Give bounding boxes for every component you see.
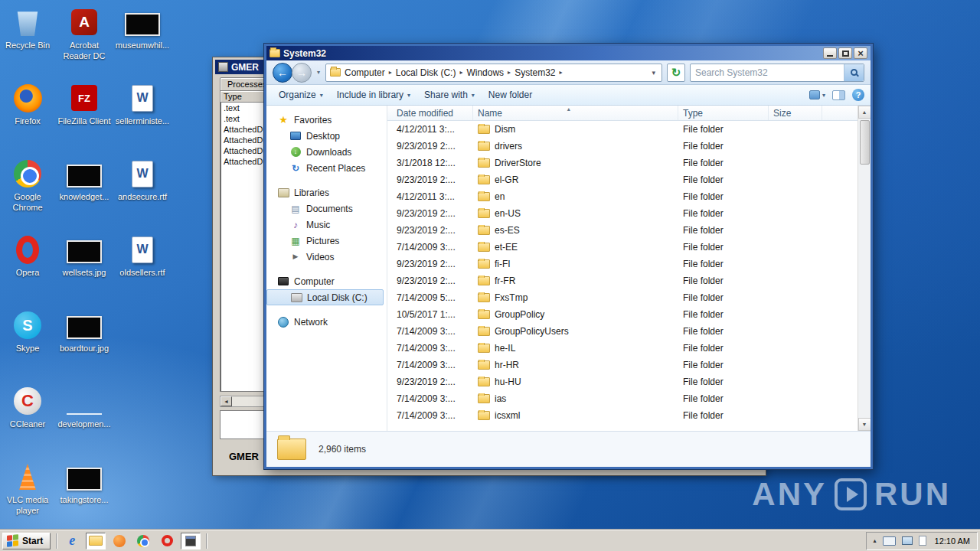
toolbar-share-with[interactable]: Share with▾ [418, 86, 481, 103]
forward-button[interactable]: → [292, 63, 312, 83]
file-row-ias[interactable]: 7/14/2009 3:...iasFile folder [387, 390, 871, 407]
file-row-hr-hr[interactable]: 7/14/2009 3:...hr-HRFile folder [387, 357, 871, 373]
toolbar-include-in-library[interactable]: Include in library▾ [331, 86, 416, 103]
desktop-icon-knowledget[interactable]: knowledget... [57, 158, 112, 203]
taskbar-button-internet-explorer[interactable] [62, 533, 82, 549]
desktop-icon-opera[interactable]: Opera [0, 233, 55, 279]
file-row-el-gr[interactable]: 9/23/2019 2:...el-GRFile folder [387, 171, 871, 188]
gmer-column-header-type[interactable]: Type [220, 91, 265, 103]
breadcrumb-item-system32[interactable]: System32 [511, 67, 558, 78]
image-black-icon [57, 309, 112, 341]
vertical-scrollbar[interactable]: ▲ ▼ [858, 106, 871, 431]
desktop-icon-sellerministe[interactable]: sellerministe... [115, 82, 170, 127]
maximize-button[interactable] [838, 47, 852, 59]
file-row-drivers[interactable]: 9/23/2019 2:...driversFile folder [387, 138, 871, 155]
breadcrumb-item-windows[interactable]: Windows [463, 67, 507, 78]
desktop-icon-label: Google Chrome [0, 192, 55, 214]
sidebar-item-pictures[interactable]: Pictures [266, 233, 387, 249]
desktop-icon-filezilla-client[interactable]: FileZilla Client [57, 82, 112, 127]
action-center-icon[interactable] [919, 536, 926, 546]
sidebar-item-computer[interactable]: Computer [266, 273, 387, 289]
tray-clock[interactable]: 12:10 AM [933, 536, 970, 546]
column-header-name[interactable]: Name▴ [473, 106, 678, 120]
column-header-type[interactable]: Type [678, 106, 769, 120]
taskbar-button-media-player[interactable] [109, 533, 129, 549]
scroll-down-icon[interactable]: ▼ [858, 418, 871, 431]
sidebar-item-favorites[interactable]: Favorites [266, 112, 387, 128]
desktop-icon-andsecure-rtf[interactable]: andsecure.rtf [115, 158, 170, 203]
desktop-icon-takingstore[interactable]: takingstore... [57, 461, 112, 506]
sidebar-item-desktop[interactable]: Desktop [266, 128, 387, 144]
keyboard-layout-icon[interactable] [883, 536, 896, 546]
explorer-title-bar[interactable]: System32 × [266, 46, 871, 60]
sidebar-item-documents[interactable]: Documents [266, 201, 387, 217]
file-row-driverstore[interactable]: 3/1/2018 12:...DriverStoreFile folder [387, 155, 871, 171]
address-dropdown-icon[interactable]: ▾ [649, 69, 658, 77]
toolbar-organize[interactable]: Organize▾ [273, 86, 329, 103]
file-row-icsxml[interactable]: 7/14/2009 3:...icsxmlFile folder [387, 407, 871, 424]
recent-pages-dropdown-icon[interactable]: ▾ [316, 69, 321, 76]
taskbar-button-windows-explorer[interactable] [86, 533, 106, 549]
desktop-icon-google-chrome[interactable]: Google Chrome [0, 158, 55, 214]
anyrun-watermark-right: RUN [874, 476, 951, 513]
sidebar-item-network[interactable]: Network [266, 314, 387, 330]
toolbar-new-folder[interactable]: New folder [482, 86, 538, 103]
search-button[interactable] [844, 64, 864, 81]
network-status-icon[interactable] [902, 536, 913, 545]
start-button[interactable]: Start [2, 533, 51, 549]
desktop-icon-firefox[interactable]: Firefox [0, 82, 55, 127]
breadcrumb-item-computer[interactable]: Computer [341, 67, 388, 78]
sidebar-item-local-disk-c[interactable]: Local Disk (C:) [266, 289, 384, 305]
file-row-hu-hu[interactable]: 9/23/2019 2:...hu-HUFile folder [387, 373, 871, 390]
file-row-et-ee[interactable]: 7/14/2009 3:...et-EEFile folder [387, 239, 871, 256]
file-row-he-il[interactable]: 7/14/2009 3:...he-ILFile folder [387, 340, 871, 357]
file-row-fxstmp[interactable]: 7/14/2009 5:...FxsTmpFile folder [387, 289, 871, 306]
close-button[interactable]: × [854, 47, 867, 59]
file-row-grouppolicyusers[interactable]: 7/14/2009 3:...GroupPolicyUsersFile fold… [387, 323, 871, 340]
minimize-button[interactable] [823, 47, 837, 59]
desktop-icon-boardtour-jpg[interactable]: boardtour.jpg [57, 309, 112, 354]
scroll-left-icon[interactable]: ◄ [220, 396, 232, 406]
column-header-size[interactable]: Size [769, 106, 822, 120]
hidden-icons-chevron[interactable]: ▴ [874, 537, 877, 544]
taskbar: Start ▴ 12:10 AM [0, 530, 980, 551]
column-header-date-modified[interactable]: Date modified [387, 106, 473, 120]
help-button[interactable]: ? [852, 89, 864, 101]
sidebar-item-libraries[interactable]: Libraries [266, 184, 387, 201]
file-type: File folder [678, 225, 769, 236]
preview-pane-button[interactable] [832, 90, 845, 100]
desktop-icon-wellsets-jpg[interactable]: wellsets.jpg [57, 233, 112, 279]
sidebar-item-music[interactable]: Music [266, 217, 387, 233]
desktop-icon-vlc-media-player[interactable]: VLC media player [0, 461, 55, 517]
refresh-button[interactable]: ↻ [667, 64, 685, 82]
file-row-dism[interactable]: 4/12/2011 3:...DismFile folder [387, 121, 871, 138]
scrollbar-thumb[interactable] [860, 120, 870, 165]
folder-icon [478, 243, 490, 252]
sidebar-item-recent-places[interactable]: Recent Places [266, 160, 387, 176]
desktop-icon-museumwhil[interactable]: museumwhil... [115, 6, 170, 51]
taskbar-button-gmer[interactable] [181, 533, 201, 549]
file-row-es-es[interactable]: 9/23/2019 2:...es-ESFile folder [387, 222, 871, 239]
file-row-fi-fi[interactable]: 9/23/2019 2:...fi-FIFile folder [387, 256, 871, 272]
sidebar-item-videos[interactable]: Videos [266, 249, 387, 265]
desktop-icon-oldsellers-rtf[interactable]: oldsellers.rtf [115, 233, 170, 279]
file-row-grouppolicy[interactable]: 10/5/2017 1:...GroupPolicyFile folder [387, 306, 871, 323]
sidebar-item-downloads[interactable]: Downloads [266, 144, 387, 160]
change-view-button[interactable]: ▾ [809, 90, 825, 99]
desktop-icon-developmen[interactable]: developmen... [57, 385, 112, 430]
taskbar-button-chrome[interactable] [133, 533, 153, 549]
address-bar[interactable]: Computer▸Local Disk (C:)▸Windows▸System3… [325, 64, 662, 82]
desktop-icon-recycle-bin[interactable]: Recycle Bin [0, 6, 55, 51]
file-row-en-us[interactable]: 9/23/2019 2:...en-USFile folder [387, 205, 871, 222]
desktop-icon-ccleaner[interactable]: CCleaner [0, 385, 55, 430]
file-row-fr-fr[interactable]: 9/23/2019 2:...fr-FRFile folder [387, 272, 871, 289]
desktop-icon-acrobat-reader-dc[interactable]: Acrobat Reader DC [57, 6, 112, 62]
file-row-en[interactable]: 4/12/2011 3:...enFile folder [387, 188, 871, 205]
sidebar-item-label: Music [306, 220, 330, 230]
search-input[interactable] [691, 67, 844, 78]
back-button[interactable]: ← [273, 63, 292, 83]
desktop-icon-skype[interactable]: Skype [0, 309, 55, 354]
scroll-up-icon[interactable]: ▲ [858, 106, 871, 119]
breadcrumb-item-local-disk-c[interactable]: Local Disk (C:) [393, 67, 459, 78]
taskbar-button-opera[interactable] [157, 533, 177, 549]
